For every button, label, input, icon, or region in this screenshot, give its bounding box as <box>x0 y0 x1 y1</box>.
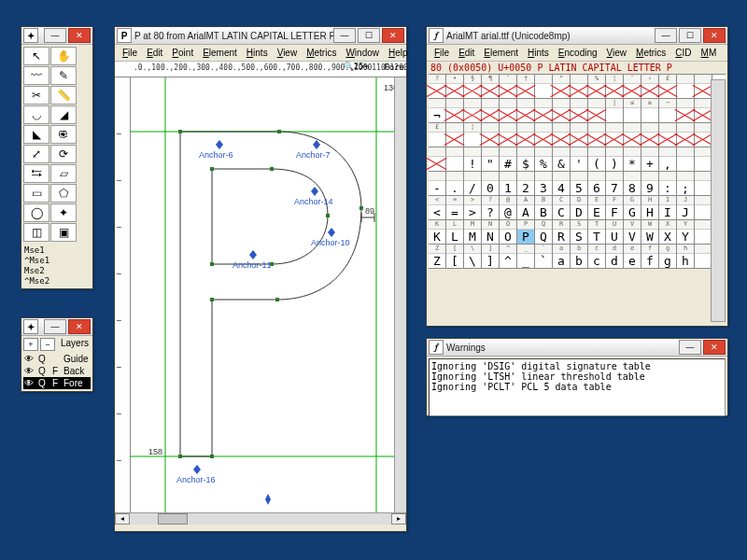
glyph-cell[interactable]: MM <box>464 220 482 245</box>
freehand-tool[interactable]: 〰 <box>23 66 49 85</box>
pen-tool[interactable]: ✎ <box>50 66 77 85</box>
glyph-cell[interactable]: ! <box>464 147 482 172</box>
close-button[interactable]: ✕ <box>703 28 726 43</box>
menu-element[interactable]: Element <box>199 47 241 59</box>
flip-tool[interactable]: ⮀ <box>23 164 49 183</box>
glyph-cell[interactable]: : <box>659 172 677 196</box>
3d-tool[interactable]: ▣ <box>50 223 77 242</box>
scale-tool[interactable]: ⤢ <box>23 145 49 163</box>
glyph-cell[interactable]: JJ <box>677 196 695 220</box>
glyph-cell[interactable]: LL <box>446 220 464 245</box>
glyph-cell[interactable]: bb <box>571 245 588 269</box>
glyph-cell[interactable]: ' <box>571 147 588 172</box>
menu-metrics[interactable]: Metrics <box>632 47 669 59</box>
glyph-cell[interactable]: CC <box>553 196 571 220</box>
menu-cid[interactable]: CID <box>671 47 695 59</box>
minimize-button[interactable]: — <box>333 28 356 43</box>
glyph-cell[interactable]: hh <box>677 245 695 269</box>
hand-tool[interactable]: ✋ <box>50 47 77 65</box>
titlebar[interactable]: 𝑓 ArialMT arial.ttf (Unicode8mp) — ☐ ✕ <box>427 27 727 45</box>
menu-edit[interactable]: Edit <box>143 47 166 59</box>
glyph-cell[interactable]: ; <box>677 172 695 196</box>
glyph-cell[interactable]: HH <box>641 196 659 220</box>
glyph-cell[interactable]: . <box>446 172 464 196</box>
glyph-cell[interactable]: ZZ <box>429 245 446 269</box>
menu-element[interactable]: Element <box>480 47 522 59</box>
vertical-scrollbar[interactable] <box>711 79 726 322</box>
menu-point[interactable]: Point <box>168 47 197 59</box>
glyph-cell[interactable]: RR <box>553 220 571 245</box>
glyph-cell[interactable]: == <box>446 196 464 220</box>
glyph-cell[interactable]: - <box>429 172 446 196</box>
glyph-cell[interactable]: DD <box>571 196 588 220</box>
glyph-cell[interactable] <box>588 99 606 123</box>
menu-metrics[interactable]: Metrics <box>303 47 340 59</box>
glyph-cell[interactable]: , <box>659 147 677 172</box>
glyph-cell[interactable]: 6 <box>588 172 606 196</box>
corner-point-tool[interactable]: ◢ <box>50 105 77 124</box>
glyph-cell[interactable]: " <box>482 147 500 172</box>
glyph-cell[interactable] <box>429 147 446 172</box>
glyph-cell[interactable]: ee <box>624 245 641 269</box>
glyph-cell[interactable]: AA <box>517 196 535 220</box>
rotate-tool[interactable]: ⟳ <box>50 145 77 163</box>
close-button[interactable]: ✕ <box>68 319 91 334</box>
glyph-cell[interactable]: ]] <box>482 245 500 269</box>
glyph-cell[interactable]: >> <box>464 196 482 220</box>
spiral-tool[interactable]: ֎ <box>50 125 77 144</box>
ruler-tool[interactable]: 📏 <box>50 86 77 105</box>
layer-row[interactable]: 👁QFBack <box>23 365 91 377</box>
glyph-cell[interactable]: 1 <box>500 172 517 196</box>
glyph-cell[interactable]: ≤ <box>624 99 641 123</box>
tangent-point-tool[interactable]: ◣ <box>23 125 49 144</box>
glyph-cell[interactable]: << <box>429 196 446 220</box>
menu-view[interactable]: View <box>603 47 631 59</box>
menu-help[interactable]: Help <box>385 47 412 59</box>
vertical-scrollbar[interactable] <box>394 77 406 512</box>
menu-encoding[interactable]: Encoding <box>555 47 601 59</box>
menu-file[interactable]: File <box>430 47 453 59</box>
menu-mm[interactable]: MM <box>698 47 721 59</box>
glyph-cell[interactable]: 2 <box>517 172 535 196</box>
skew-tool[interactable]: ▱ <box>50 164 77 183</box>
star-tool[interactable]: ✦ <box>50 203 77 222</box>
glyph-cell[interactable]: PP <box>517 220 535 245</box>
ellipse-tool[interactable]: ◯ <box>23 203 49 222</box>
polygon-tool[interactable]: ⬠ <box>50 184 77 203</box>
glyph-cell[interactable]: ^^ <box>500 245 517 269</box>
glyph-cell[interactable]: EE <box>588 196 606 220</box>
pointer-tool[interactable]: ↖ <box>23 47 49 65</box>
close-button[interactable]: ✕ <box>68 28 91 43</box>
minimize-button[interactable]: — <box>44 28 66 43</box>
maximize-button[interactable]: ☐ <box>358 28 380 43</box>
glyph-cell[interactable]: 7 <box>606 172 624 196</box>
glyph-cell[interactable]: XX <box>659 220 677 245</box>
menu-hints[interactable]: Hints <box>524 47 553 59</box>
glyph-cell[interactable]: / <box>464 172 482 196</box>
glyph-cell[interactable]: cc <box>588 245 606 269</box>
menu-window[interactable]: Window <box>342 47 383 59</box>
menu-hints[interactable]: Hints <box>243 47 272 59</box>
add-layer-button[interactable]: + <box>23 338 38 351</box>
glyph-cell[interactable]: ff <box>641 245 659 269</box>
titlebar[interactable]: 𝑓 Warnings — ✕ <box>427 339 727 357</box>
glyph-cell[interactable]: QQ <box>535 220 553 245</box>
glyph-cell[interactable]: WW <box>641 220 659 245</box>
glyph-cell[interactable]: 0 <box>482 172 500 196</box>
glyph-cell[interactable]: ) <box>606 147 624 172</box>
layer-row[interactable]: 👁QFFore <box>23 377 91 389</box>
glyph-cell[interactable]: dd <box>606 245 624 269</box>
perspective-tool[interactable]: ◫ <box>23 223 49 242</box>
glyph-cell[interactable]: 9 <box>641 172 659 196</box>
remove-layer-button[interactable]: − <box>40 338 55 351</box>
close-button[interactable]: ✕ <box>382 28 404 43</box>
menu-view[interactable]: View <box>274 47 302 59</box>
rect-tool[interactable]: ▭ <box>23 184 49 203</box>
layer-row[interactable]: 👁QGuide <box>23 353 91 365</box>
glyph-cell[interactable]: GG <box>624 196 641 220</box>
glyph-cell[interactable]: II <box>659 196 677 220</box>
glyph-cell[interactable]: + <box>641 147 659 172</box>
glyph-cell[interactable]: TT <box>588 220 606 245</box>
cut-tool[interactable]: ✂ <box>23 86 49 105</box>
glyph-cell[interactable]: [[ <box>446 245 464 269</box>
